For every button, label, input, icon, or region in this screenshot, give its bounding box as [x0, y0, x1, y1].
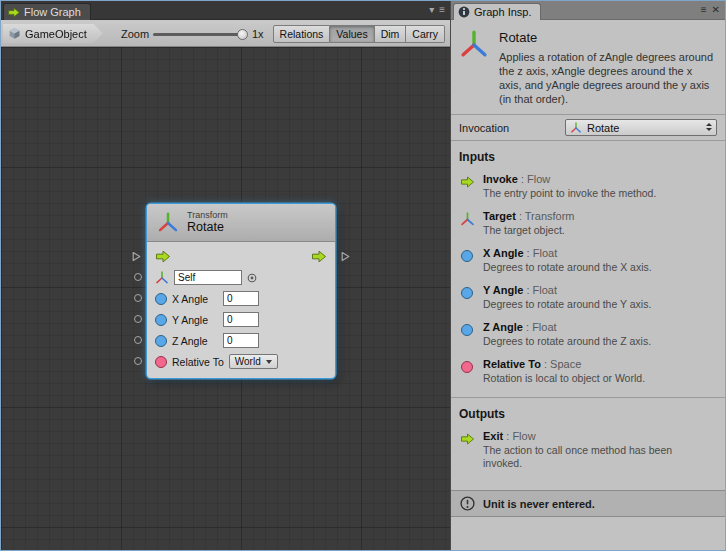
dropdown-caret-icon	[266, 360, 272, 364]
inspector-tabstrip: Graph Insp. ≡ ✕	[451, 1, 725, 20]
pin-item-x-angle: X Angle : Float Degrees to rotate around…	[451, 244, 725, 281]
pin-item-exit: Exit : Flow The action to call once meth…	[451, 427, 725, 477]
flow-pane-controls: ▾ ≡	[429, 4, 445, 15]
flow-output-port[interactable]	[341, 251, 350, 262]
invoke-arrow-icon[interactable]	[155, 250, 171, 263]
pin-item-relative-to: Relative To : Space Rotation is local to…	[451, 355, 725, 392]
float-port-icon[interactable]	[155, 335, 167, 347]
outputs-header: Outputs	[451, 398, 725, 427]
enum-icon	[459, 359, 475, 375]
pin-item-z-angle: Z Angle : Float Degrees to rotate around…	[451, 318, 725, 355]
tab-flow-graph-label: Flow Graph	[24, 6, 81, 18]
warning-icon	[460, 496, 475, 511]
inspector-title: Rotate	[499, 30, 715, 45]
zoom-label: Zoom	[121, 28, 149, 40]
inspector-description: Applies a rotation of zAngle degrees aro…	[499, 50, 715, 106]
tab-graph-inspector[interactable]: Graph Insp.	[453, 3, 541, 20]
inputs-section: Inputs Invoke : Flow The entry point to …	[451, 141, 725, 392]
transform-port-icon[interactable]	[155, 271, 169, 285]
node-target-row	[147, 267, 335, 288]
dim-button[interactable]: Dim	[375, 25, 407, 43]
z-angle-label: Z Angle	[172, 335, 218, 347]
relations-button[interactable]: Relations	[273, 25, 331, 43]
x-angle-label: X Angle	[172, 293, 218, 305]
pane-menu-icon[interactable]: ≡	[439, 4, 445, 15]
x-angle-port[interactable]	[134, 294, 142, 302]
node-flow-row	[147, 246, 335, 267]
flow-arrow-icon	[459, 174, 475, 190]
tab-graph-inspector-label: Graph Insp.	[474, 6, 531, 18]
carry-button[interactable]: Carry	[406, 25, 445, 43]
node-z-angle-row: Z Angle	[147, 330, 335, 351]
inspector-header: Rotate Applies a rotation of zAngle degr…	[451, 20, 725, 115]
self-field[interactable]	[174, 270, 242, 285]
flow-graph-panel: Flow Graph ▾ ≡ GameObject Zoom 1x Relati…	[1, 1, 450, 550]
flow-graph-icon	[8, 7, 20, 18]
zoom-value: 1x	[252, 28, 264, 40]
values-button[interactable]: Values	[330, 25, 374, 43]
node-titles: Transform Rotate	[187, 210, 228, 235]
flow-input-port[interactable]	[132, 251, 141, 262]
transform-icon-small	[570, 122, 582, 134]
relative-to-port[interactable]	[134, 357, 142, 365]
breadcrumb-label: GameObject	[25, 28, 87, 40]
y-angle-input[interactable]	[223, 312, 259, 327]
node-body: X Angle Y Angle Z Angle	[147, 242, 335, 378]
transform-icon	[459, 211, 475, 227]
object-picker-icon[interactable]	[247, 273, 257, 283]
pin-item-invoke: Invoke : Flow The entry point to invoke …	[451, 170, 725, 207]
transform-icon	[157, 212, 179, 234]
float-icon	[459, 322, 475, 338]
pin-item-y-angle: Y Angle : Float Degrees to rotate around…	[451, 281, 725, 318]
graph-canvas[interactable]: Transform Rotate	[1, 47, 450, 550]
inspector-window-controls: ≡ ✕	[701, 4, 720, 15]
float-port-icon[interactable]	[155, 293, 167, 305]
z-angle-input[interactable]	[223, 333, 259, 348]
exit-arrow-icon[interactable]	[311, 250, 327, 263]
toolbar-toggle-group: Relations Values Dim Carry	[273, 25, 445, 43]
inspector-icon	[458, 6, 470, 18]
y-angle-port[interactable]	[134, 315, 142, 323]
pin-item-target: Target : Transform The target object.	[451, 207, 725, 244]
outputs-section: Outputs Exit : Flow The action to call o…	[451, 397, 725, 477]
popup-arrows-icon	[706, 123, 712, 131]
float-port-icon[interactable]	[155, 314, 167, 326]
inspector-body: Rotate Applies a rotation of zAngle degr…	[451, 20, 725, 550]
flow-graph-tabstrip: Flow Graph ▾ ≡	[1, 1, 450, 20]
node-type-label: Transform	[187, 210, 228, 220]
flow-graph-toolbar: GameObject Zoom 1x Relations Values Dim …	[1, 20, 450, 47]
warning-banner: Unit is never entered.	[451, 490, 725, 517]
window-menu-icon[interactable]: ≡	[701, 4, 707, 15]
relative-to-dropdown[interactable]: World	[229, 354, 278, 369]
rotate-node[interactable]: Transform Rotate	[147, 204, 335, 378]
float-icon	[459, 248, 475, 264]
x-angle-input[interactable]	[223, 291, 259, 306]
tab-flow-graph[interactable]: Flow Graph	[3, 3, 91, 20]
float-icon	[459, 285, 475, 301]
node-title: Rotate	[187, 220, 228, 234]
z-angle-port[interactable]	[134, 336, 142, 344]
gameobject-icon	[8, 27, 21, 40]
node-relative-row: Relative To World	[147, 351, 335, 372]
transform-icon-large	[459, 30, 489, 60]
bolt-editor-window: Flow Graph ▾ ≡ GameObject Zoom 1x Relati…	[0, 0, 726, 551]
inspector-header-text: Rotate Applies a rotation of zAngle degr…	[499, 30, 715, 106]
graph-inspector-panel: Graph Insp. ≡ ✕ Rotate Applies a rotatio…	[450, 1, 725, 550]
invocation-dropdown[interactable]: Rotate	[565, 119, 717, 136]
invocation-row: Invocation Rotate	[451, 115, 725, 141]
zoom-slider[interactable]	[153, 33, 243, 36]
node-header[interactable]: Transform Rotate	[147, 204, 335, 242]
enum-port-icon[interactable]	[155, 356, 167, 368]
flow-arrow-icon	[459, 431, 475, 447]
inputs-header: Inputs	[451, 141, 725, 170]
pane-dropdown-icon[interactable]: ▾	[429, 4, 434, 15]
node-y-angle-row: Y Angle	[147, 309, 335, 330]
zoom-slider-knob[interactable]	[237, 29, 248, 40]
relative-to-label: Relative To	[172, 356, 224, 368]
invocation-label: Invocation	[459, 122, 565, 134]
close-icon[interactable]: ✕	[712, 4, 720, 15]
breadcrumb[interactable]: GameObject	[3, 24, 103, 43]
y-angle-label: Y Angle	[172, 314, 218, 326]
target-port[interactable]	[134, 273, 142, 281]
warning-text: Unit is never entered.	[483, 498, 595, 510]
